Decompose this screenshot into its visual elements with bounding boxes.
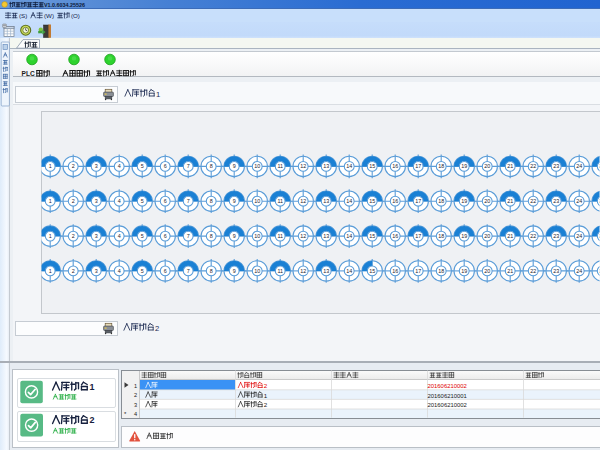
svg-text:16: 16 xyxy=(392,268,398,274)
svg-text:1: 1 xyxy=(49,268,52,274)
svg-text:(S): (S) xyxy=(19,12,27,19)
svg-text:2: 2 xyxy=(72,268,75,274)
svg-text:201606210002: 201606210002 xyxy=(428,383,467,389)
svg-text:201606210001: 201606210001 xyxy=(428,393,467,399)
svg-text:13: 13 xyxy=(323,233,329,239)
svg-text:19: 19 xyxy=(461,233,467,239)
svg-text:13: 13 xyxy=(323,268,329,274)
svg-text:3: 3 xyxy=(95,233,98,239)
svg-text:20: 20 xyxy=(484,163,490,169)
svg-text:17: 17 xyxy=(415,233,421,239)
svg-text:1: 1 xyxy=(264,392,268,399)
svg-text:7: 7 xyxy=(187,163,190,169)
svg-text:12: 12 xyxy=(300,163,306,169)
svg-text:15: 15 xyxy=(369,233,375,239)
svg-text:4: 4 xyxy=(118,198,121,204)
svg-text:9: 9 xyxy=(233,163,236,169)
svg-text:15: 15 xyxy=(369,198,375,204)
svg-text:18: 18 xyxy=(438,233,444,239)
svg-text:4: 4 xyxy=(134,411,137,417)
svg-text:8: 8 xyxy=(210,268,213,274)
svg-text:10: 10 xyxy=(254,233,260,239)
svg-text:19: 19 xyxy=(461,163,467,169)
svg-text:14: 14 xyxy=(346,163,352,169)
svg-text:14: 14 xyxy=(346,233,352,239)
svg-text:7: 7 xyxy=(187,198,190,204)
svg-text:21: 21 xyxy=(507,163,513,169)
svg-text:2: 2 xyxy=(264,382,268,389)
svg-text:24: 24 xyxy=(576,268,582,274)
svg-text:5: 5 xyxy=(141,198,144,204)
svg-text:8: 8 xyxy=(210,233,213,239)
svg-text:20: 20 xyxy=(484,268,490,274)
svg-text:11: 11 xyxy=(277,163,283,169)
svg-text:8: 8 xyxy=(210,163,213,169)
svg-text:24: 24 xyxy=(576,163,582,169)
svg-text:2: 2 xyxy=(72,198,75,204)
svg-text:4: 4 xyxy=(118,268,121,274)
svg-text:23: 23 xyxy=(553,163,559,169)
svg-text:11: 11 xyxy=(277,268,283,274)
svg-text:20: 20 xyxy=(484,198,490,204)
svg-text:18: 18 xyxy=(438,163,444,169)
svg-text:12: 12 xyxy=(300,198,306,204)
svg-text:16: 16 xyxy=(392,163,398,169)
svg-text:*: * xyxy=(124,411,127,417)
svg-text:21: 21 xyxy=(507,233,513,239)
svg-text:23: 23 xyxy=(553,268,559,274)
svg-text:11: 11 xyxy=(277,198,283,204)
svg-text:6: 6 xyxy=(164,198,167,204)
svg-text:11: 11 xyxy=(277,233,283,239)
svg-text:2: 2 xyxy=(90,415,95,425)
svg-text:2: 2 xyxy=(264,401,268,408)
svg-text:24: 24 xyxy=(576,233,582,239)
svg-text:1: 1 xyxy=(134,383,137,389)
svg-text:15: 15 xyxy=(369,268,375,274)
svg-text:15: 15 xyxy=(369,163,375,169)
svg-text:10: 10 xyxy=(254,268,260,274)
svg-text:14: 14 xyxy=(346,198,352,204)
svg-text:21: 21 xyxy=(507,268,513,274)
svg-text:4: 4 xyxy=(118,163,121,169)
svg-text:5: 5 xyxy=(141,163,144,169)
svg-text:21: 21 xyxy=(507,198,513,204)
svg-text:17: 17 xyxy=(415,198,421,204)
svg-text:8: 8 xyxy=(210,198,213,204)
svg-text:23: 23 xyxy=(553,233,559,239)
svg-text:3: 3 xyxy=(134,402,137,408)
svg-text:6: 6 xyxy=(164,268,167,274)
svg-text:(O): (O) xyxy=(71,12,80,19)
svg-text:20: 20 xyxy=(484,233,490,239)
svg-text:1: 1 xyxy=(90,382,95,392)
svg-text:3: 3 xyxy=(95,268,98,274)
svg-text:10: 10 xyxy=(254,198,260,204)
svg-text:2: 2 xyxy=(72,163,75,169)
svg-text:9: 9 xyxy=(233,233,236,239)
svg-text:2: 2 xyxy=(134,392,137,398)
svg-text:9: 9 xyxy=(233,198,236,204)
svg-text:22: 22 xyxy=(530,163,536,169)
svg-text:1: 1 xyxy=(49,233,52,239)
svg-text:5: 5 xyxy=(141,268,144,274)
svg-text:V1.0.6034.25526: V1.0.6034.25526 xyxy=(44,2,85,8)
svg-text:3: 3 xyxy=(95,163,98,169)
svg-text:10: 10 xyxy=(254,163,260,169)
svg-text:18: 18 xyxy=(438,268,444,274)
svg-text:7: 7 xyxy=(187,268,190,274)
svg-text:5: 5 xyxy=(141,233,144,239)
svg-text:2: 2 xyxy=(155,324,159,333)
svg-text:7: 7 xyxy=(187,233,190,239)
svg-text:13: 13 xyxy=(323,198,329,204)
svg-text:16: 16 xyxy=(392,198,398,204)
svg-text:24: 24 xyxy=(576,198,582,204)
svg-text:(W): (W) xyxy=(44,12,54,19)
svg-text:16: 16 xyxy=(392,233,398,239)
svg-text:1: 1 xyxy=(156,90,160,99)
svg-text:19: 19 xyxy=(461,268,467,274)
svg-text:3: 3 xyxy=(95,198,98,204)
svg-text:14: 14 xyxy=(346,268,352,274)
svg-text:1: 1 xyxy=(49,198,52,204)
svg-text:22: 22 xyxy=(530,233,536,239)
svg-text:19: 19 xyxy=(461,198,467,204)
svg-text:13: 13 xyxy=(323,163,329,169)
